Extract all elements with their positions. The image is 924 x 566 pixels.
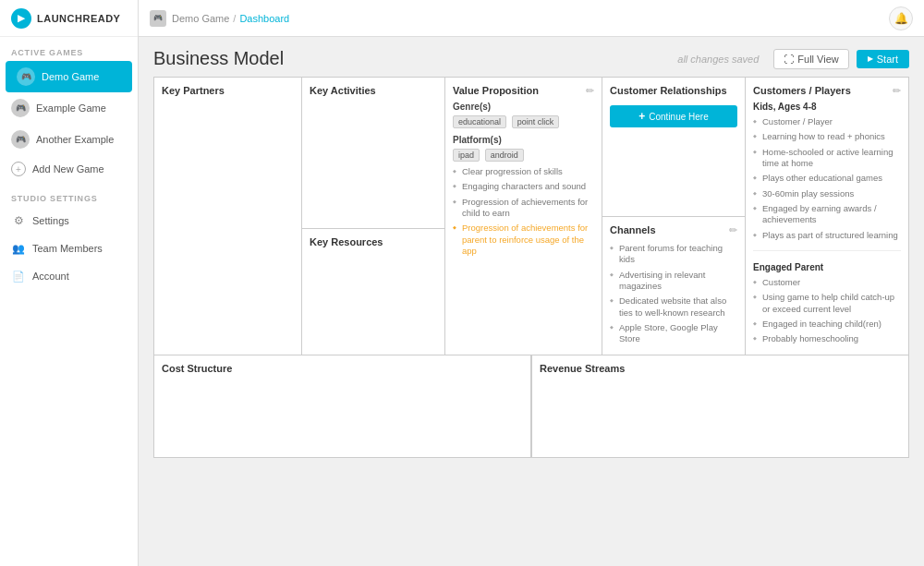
sidebar-item-label-demo: Demo Game bbox=[42, 71, 99, 82]
topbar-right: 🔔 bbox=[889, 6, 913, 30]
settings-label: Settings bbox=[32, 215, 69, 226]
key-activities-title: Key Activities bbox=[310, 85, 437, 96]
parent-bullets: Customer Using game to help child catch-… bbox=[753, 275, 901, 347]
fullview-label: Full View bbox=[797, 54, 838, 65]
logo-text: LAUNCHREADY bbox=[37, 13, 120, 24]
bm-main-row: Key Partners Key Activities Key Resource… bbox=[154, 78, 908, 355]
sidebar-item-another-example[interactable]: 🎮 Another Example bbox=[0, 124, 138, 155]
kids-b3: Home-schooled or active learning time at… bbox=[753, 145, 901, 172]
sidebar-item-add-game[interactable]: + Add New Game bbox=[0, 155, 138, 183]
game-icon-example: 🎮 bbox=[11, 99, 30, 117]
key-partners-cell: Key Partners bbox=[154, 78, 302, 355]
play-icon: ▶ bbox=[868, 54, 873, 63]
notification-button[interactable]: 🔔 bbox=[889, 6, 913, 30]
vp-bullet-1: Clear progression of skills bbox=[453, 164, 594, 179]
parent-b4: Probably homeschooling bbox=[753, 331, 901, 346]
fullview-icon: ⛶ bbox=[784, 54, 794, 65]
active-games-label: ACTIVE GAMES bbox=[0, 37, 138, 61]
revenue-streams-title: Revenue Streams bbox=[540, 363, 901, 374]
bm-bottom-row: Cost Structure Revenue Streams bbox=[154, 355, 908, 457]
platform-tag-android: android bbox=[485, 149, 524, 162]
channels-edit-icon[interactable]: ✏ bbox=[729, 224, 737, 236]
channels-bullets: Parent forums for teaching kids Advertis… bbox=[610, 241, 737, 347]
customer-relationships-cell: Customer Relationships + Continue Here bbox=[602, 78, 745, 217]
value-proposition-bullets: Clear progression of skills Engaging cha… bbox=[453, 164, 594, 259]
platform-tags: ipad android bbox=[453, 149, 594, 164]
logo-icon: ▶ bbox=[11, 8, 31, 29]
parent-section-title: Engaged Parent bbox=[753, 262, 901, 272]
sidebar-item-account[interactable]: 📄 Account bbox=[0, 262, 138, 290]
channels-title: Channels bbox=[610, 224, 737, 235]
genre-tags: educational point click bbox=[453, 115, 594, 131]
sidebar-item-team-members[interactable]: 👥 Team Members bbox=[0, 235, 138, 262]
genre-tag-educational: educational bbox=[453, 115, 506, 128]
vp-bullet-3: Progression of achievements for child to… bbox=[453, 195, 594, 222]
add-icon: + bbox=[11, 162, 26, 176]
game-thumbnail-icon: 🎮 bbox=[150, 10, 166, 27]
team-members-label: Team Members bbox=[32, 243, 103, 254]
continue-plus-icon: + bbox=[638, 110, 645, 123]
kids-b5: 30-60min play sessions bbox=[753, 187, 901, 201]
genre-tag-pointclick: point click bbox=[512, 115, 560, 128]
customers-cell: Customers / Players ✏ Kids, Ages 4-8 Cus… bbox=[746, 78, 908, 355]
key-activities-cell: Key Activities bbox=[302, 78, 444, 229]
main-content: 🎮 Demo Game / Dashboard 🔔 Business Model… bbox=[139, 0, 924, 566]
breadcrumb-page[interactable]: Dashboard bbox=[239, 13, 289, 24]
key-resources-cell: Key Resources bbox=[302, 229, 444, 355]
kids-b2: Learning how to read + phonics bbox=[753, 129, 901, 144]
breadcrumb: 🎮 Demo Game / Dashboard bbox=[150, 10, 289, 27]
kids-bullets: Customer / Player Learning how to read +… bbox=[753, 114, 901, 243]
sidebar-logo: ▶ LAUNCHREADY bbox=[0, 0, 138, 37]
start-button[interactable]: ▶ Start bbox=[857, 50, 909, 68]
customers-edit-icon[interactable]: ✏ bbox=[893, 85, 901, 97]
key-partners-title: Key Partners bbox=[162, 85, 294, 96]
vp-bullet-2: Engaging characters and sound bbox=[453, 179, 594, 194]
customer-relationships-title: Customer Relationships bbox=[610, 85, 737, 96]
ch-bullet-1: Parent forums for teaching kids bbox=[610, 241, 737, 268]
vp-bullet-4: Progression of achievements for parent t… bbox=[453, 221, 594, 259]
kids-b1: Customer / Player bbox=[753, 114, 901, 129]
kids-section-title: Kids, Ages 4-8 bbox=[753, 102, 901, 112]
channels-cell: Channels ✏ Parent forums for teaching ki… bbox=[602, 217, 745, 355]
genre-label: Genre(s) bbox=[453, 102, 594, 112]
key-resources-title: Key Resources bbox=[310, 236, 437, 247]
people-icon: 👥 bbox=[11, 241, 26, 256]
sidebar: ▶ LAUNCHREADY ACTIVE GAMES 🎮 Demo Game 🎮… bbox=[0, 0, 139, 566]
sidebar-item-settings[interactable]: ⚙ Settings bbox=[0, 207, 138, 235]
ch-bullet-3: Dedicated website that also ties to well… bbox=[610, 294, 737, 320]
breadcrumb-separator: / bbox=[233, 13, 236, 24]
cost-structure-cell: Cost Structure bbox=[154, 355, 531, 457]
cust-rel-channels-column: Customer Relationships + Continue Here C… bbox=[602, 78, 746, 355]
sidebar-item-label-another: Another Example bbox=[36, 134, 114, 145]
kids-b6: Engaged by earning awards / achievements bbox=[753, 201, 901, 228]
game-icon-demo: 🎮 bbox=[17, 67, 35, 86]
revenue-streams-cell: Revenue Streams bbox=[531, 355, 908, 457]
canvas-area: Key Partners Key Activities Key Resource… bbox=[139, 77, 924, 566]
ch-bullet-2: Advertising in relevant magazines bbox=[610, 268, 737, 295]
full-view-button[interactable]: ⛶ Full View bbox=[773, 49, 848, 69]
continue-here-button[interactable]: + Continue Here bbox=[610, 105, 737, 127]
continue-label: Continue Here bbox=[649, 112, 708, 122]
start-label: Start bbox=[877, 54, 898, 65]
business-model-grid: Key Partners Key Activities Key Resource… bbox=[153, 77, 909, 458]
value-proposition-cell: Value Proposition ✏ Genre(s) educational… bbox=[445, 78, 602, 355]
customers-title: Customers / Players bbox=[753, 85, 901, 96]
parent-b2: Using game to help child catch-up or exc… bbox=[753, 290, 901, 317]
cost-structure-title: Cost Structure bbox=[162, 363, 523, 374]
sidebar-item-demo-game[interactable]: 🎮 Demo Game bbox=[6, 61, 132, 92]
account-label: Account bbox=[32, 271, 69, 282]
value-proposition-title: Value Proposition bbox=[453, 85, 594, 96]
sidebar-item-example-game[interactable]: 🎮 Example Game bbox=[0, 92, 138, 124]
add-game-label: Add New Game bbox=[32, 163, 104, 175]
studio-settings-label: STUDIO SETTINGS bbox=[0, 183, 138, 207]
value-proposition-edit-icon[interactable]: ✏ bbox=[586, 85, 594, 97]
topbar: 🎮 Demo Game / Dashboard 🔔 bbox=[139, 0, 924, 37]
sidebar-item-label-example: Example Game bbox=[36, 102, 106, 114]
activities-resources-column: Key Activities Key Resources bbox=[302, 78, 445, 355]
saved-text: all changes saved bbox=[677, 54, 759, 65]
doc-icon: 📄 bbox=[11, 269, 26, 283]
gear-icon: ⚙ bbox=[11, 213, 26, 228]
parent-b1: Customer bbox=[753, 275, 901, 290]
kids-b4: Plays other educational games bbox=[753, 171, 901, 186]
header-actions: all changes saved ⛶ Full View ▶ Start bbox=[677, 49, 909, 69]
